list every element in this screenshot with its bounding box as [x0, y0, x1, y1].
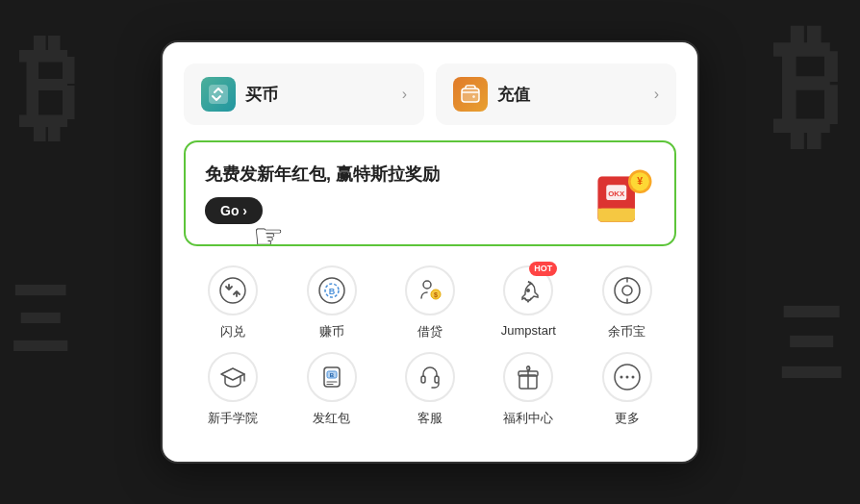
svg-rect-1 [462, 88, 479, 102]
more-item[interactable]: 更多 [589, 352, 666, 427]
recharge-label: 充值 [497, 84, 530, 106]
cursor-icon: ☞ [253, 219, 284, 246]
hot-badge: HOT [529, 262, 557, 276]
yubibao-icon [602, 265, 652, 315]
banner-title: 免费发新年红包, 赢特斯拉奖励 [205, 163, 588, 186]
jumpstart-icon: HOT [503, 265, 553, 315]
welfare-center-icon [503, 352, 553, 402]
loan-label: 借贷 [417, 323, 443, 340]
svg-point-36 [620, 376, 622, 379]
newbie-academy-label: 新手学院 [208, 410, 258, 427]
earn-coins-item[interactable]: B 赚币 [293, 265, 370, 340]
flash-exchange-item[interactable]: 闪兑 [194, 265, 271, 340]
promo-banner[interactable]: 免费发新年红包, 赢特斯拉奖励 Go › ☞ OKX ¥ [184, 140, 676, 246]
modal: 买币 › 充值 › 免费发新年红包, 赢特斯拉奖励 G [161, 40, 699, 464]
send-redpacket-icon: B [307, 352, 357, 402]
buy-icon [201, 77, 236, 112]
loan-icon: $ [405, 265, 455, 315]
svg-point-20 [622, 286, 632, 295]
welfare-center-label: 福利中心 [503, 410, 553, 427]
svg-point-11 [220, 278, 245, 303]
jumpstart-item[interactable]: HOT Jumpstart [490, 265, 567, 340]
flash-exchange-icon [208, 265, 258, 315]
send-redpacket-item[interactable]: B 发红包 [293, 352, 370, 427]
icon-grid: 闪兑 B 赚币 [184, 265, 676, 427]
more-icon [602, 352, 652, 402]
icon-row-2: 新手学院 B 发红包 [184, 352, 676, 427]
charge-icon [453, 77, 488, 112]
icon-row-1: 闪兑 B 赚币 [184, 265, 676, 340]
recharge-chevron: › [654, 86, 659, 103]
earn-coins-label: 赚币 [319, 323, 344, 340]
svg-text:OKX: OKX [608, 189, 625, 198]
svg-rect-31 [435, 376, 439, 383]
customer-service-item[interactable]: 客服 [392, 352, 468, 427]
buy-chevron: › [402, 86, 407, 103]
loan-item[interactable]: $ 借贷 [392, 265, 468, 340]
yubibao-item[interactable]: 余币宝 [589, 265, 666, 340]
recharge-card[interactable]: 充值 › [436, 63, 676, 125]
customer-service-label: 客服 [417, 410, 443, 427]
svg-point-38 [631, 376, 634, 379]
send-redpacket-label: 发红包 [313, 410, 350, 427]
more-label: 更多 [615, 410, 640, 427]
newbie-academy-item[interactable]: 新手学院 [194, 352, 271, 427]
yubibao-label: 余币宝 [608, 323, 645, 340]
welfare-center-item[interactable]: 福利中心 [490, 352, 567, 427]
earn-coins-icon: B [307, 265, 357, 315]
top-row: 买币 › 充值 › [184, 63, 676, 125]
svg-text:¥: ¥ [637, 175, 643, 187]
svg-text:B: B [329, 372, 334, 378]
svg-point-37 [625, 376, 628, 379]
svg-point-18 [526, 289, 530, 292]
customer-service-icon [405, 352, 455, 402]
svg-rect-7 [598, 209, 636, 213]
svg-text:$: $ [434, 291, 438, 299]
svg-point-15 [423, 281, 431, 289]
buy-coin-label: 买币 [245, 84, 278, 106]
newbie-academy-icon [208, 352, 258, 402]
svg-rect-30 [421, 376, 425, 383]
flash-exchange-label: 闪兑 [220, 323, 245, 340]
svg-text:B: B [328, 287, 335, 296]
jumpstart-label: Jumpstart [501, 323, 556, 338]
banner-image: OKX ¥ [588, 160, 655, 227]
buy-coin-card[interactable]: 买币 › [184, 63, 424, 125]
